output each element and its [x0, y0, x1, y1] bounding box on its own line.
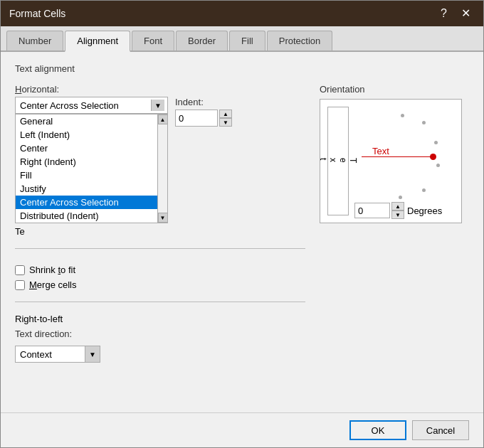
text-direction-label: Text direction:	[15, 329, 305, 339]
horizontal-section: Horizontal: Center Across Selection ▼	[15, 84, 305, 127]
angle-dots: Text	[354, 107, 454, 199]
horizontal-dropdown-scrollbar: ▲ ▼	[157, 114, 167, 223]
dropdown-item-distributed-indent[interactable]: Distributed (Indent)	[16, 209, 157, 223]
title-controls: ? ✕	[436, 6, 475, 21]
indent-up-btn[interactable]: ▲	[219, 110, 232, 118]
degrees-row: ▲ ▼ Degrees	[354, 202, 454, 219]
close-button[interactable]: ✕	[457, 6, 475, 21]
dropdown-item-center[interactable]: Center	[16, 142, 157, 155]
tab-protection[interactable]: Protection	[267, 31, 333, 50]
ok-button[interactable]: OK	[349, 420, 406, 440]
indent-label: Indent:	[175, 97, 232, 107]
dropdown-item-general[interactable]: General	[16, 114, 157, 128]
scroll-up-btn[interactable]: ▲	[158, 114, 168, 124]
scroll-down-btn[interactable]: ▼	[158, 213, 168, 223]
right-panel: Orientation Text	[320, 84, 469, 363]
tab-fill[interactable]: Fill	[229, 31, 265, 50]
footer: OK Cancel	[1, 412, 483, 447]
indent-spinner: ▲ ▼	[175, 110, 232, 127]
vertical-text-chars: Text	[318, 158, 358, 164]
horizontal-dropdown-button[interactable]: Center Across Selection ▼	[15, 97, 168, 114]
horizontal-dropdown-container: Center Across Selection ▼ General Left (…	[15, 97, 168, 114]
horizontal-row: Center Across Selection ▼ General Left (…	[15, 97, 305, 127]
text-direction-value: Context	[16, 348, 85, 361]
tab-number[interactable]: Number	[6, 31, 63, 50]
dropdown-item-justify[interactable]: Justify	[16, 182, 157, 196]
angle-handle[interactable]	[430, 154, 436, 160]
dot-4	[436, 164, 440, 167]
tab-bar: Number Alignment Font Border Fill Protec…	[1, 26, 483, 52]
dialog-title: Format Cells	[9, 8, 65, 19]
dropdown-item-left-indent[interactable]: Left (Indent)	[16, 128, 157, 142]
dropdown-scrollbar-area: General Left (Indent) Center Right (Inde…	[16, 114, 167, 223]
dropdown-item-right-indent[interactable]: Right (Indent)	[16, 155, 157, 169]
degrees-spinner-buttons: ▲ ▼	[391, 202, 404, 219]
dropdown-items: General Left (Indent) Center Right (Inde…	[16, 114, 157, 223]
degrees-up-btn[interactable]: ▲	[391, 202, 404, 210]
left-panel: Horizontal: Center Across Selection ▼	[15, 84, 305, 363]
main-row: Horizontal: Center Across Selection ▼	[15, 84, 469, 363]
degrees-input[interactable]	[354, 203, 390, 218]
orientation-inner: Text	[327, 107, 454, 215]
merge-label: Merge cells	[29, 279, 76, 290]
shrink-checkbox-row: Shrink to fit	[15, 265, 305, 275]
dot-3	[434, 141, 438, 144]
dropdown-item-fill[interactable]: Fill	[16, 169, 157, 182]
tab-font[interactable]: Font	[132, 31, 174, 50]
horizontal-label: Horizontal:	[15, 84, 305, 95]
indent-down-btn[interactable]: ▼	[219, 118, 232, 127]
indent-field: Indent: ▲ ▼	[175, 97, 232, 127]
tab-alignment[interactable]: Alignment	[65, 31, 130, 52]
title-bar: Format Cells ? ✕	[1, 1, 483, 26]
indent-input[interactable]	[175, 110, 218, 127]
degrees-label: Degrees	[407, 206, 442, 216]
shrink-checkbox[interactable]	[15, 265, 25, 275]
tab-border[interactable]: Border	[176, 31, 228, 50]
orientation-panel: Text	[320, 99, 462, 223]
merge-checkbox[interactable]	[15, 280, 25, 290]
orientation-text-label: Text	[372, 146, 389, 156]
angle-area: Text ▲ ▼	[354, 107, 454, 215]
vertical-label: Te	[15, 226, 305, 237]
angle-line	[362, 156, 433, 157]
vertical-text-box[interactable]: Text	[327, 107, 349, 215]
dot-2	[422, 121, 426, 124]
rtl-section: Right-to-left Text direction: Context ▼	[15, 314, 305, 363]
text-direction-dropdown[interactable]: Context ▼	[15, 346, 100, 363]
divider-2	[15, 302, 305, 302]
shrink-label: Shrink to fit	[29, 265, 75, 275]
format-cells-dialog: Format Cells ? ✕ Number Alignment Font B…	[0, 0, 484, 448]
dot-5	[422, 188, 426, 192]
spinner-buttons: ▲ ▼	[219, 110, 232, 127]
help-button[interactable]: ?	[436, 6, 451, 21]
rtl-title: Right-to-left	[15, 314, 305, 324]
horizontal-dropdown-list: General Left (Indent) Center Right (Inde…	[15, 114, 168, 223]
cancel-button[interactable]: Cancel	[412, 420, 469, 440]
text-control-section: Shrink to fit Merge cells	[15, 265, 305, 290]
main-content: Text alignment Horizontal: Center Across…	[1, 52, 483, 412]
dot-1	[401, 114, 404, 117]
direction-arrow: ▼	[85, 346, 100, 362]
horizontal-dropdown-value: Center Across Selection	[20, 100, 119, 111]
divider-1	[15, 248, 305, 249]
degrees-spinner: ▲ ▼	[354, 202, 404, 219]
dropdown-item-center-across[interactable]: Center Across Selection	[16, 196, 157, 209]
horizontal-dropdown-arrow: ▼	[151, 100, 164, 111]
dot-6	[399, 196, 402, 199]
section-title-text-alignment: Text alignment	[15, 63, 469, 74]
merge-checkbox-row: Merge cells	[15, 279, 305, 290]
degrees-down-btn[interactable]: ▼	[391, 210, 404, 219]
orientation-title: Orientation	[320, 84, 469, 95]
